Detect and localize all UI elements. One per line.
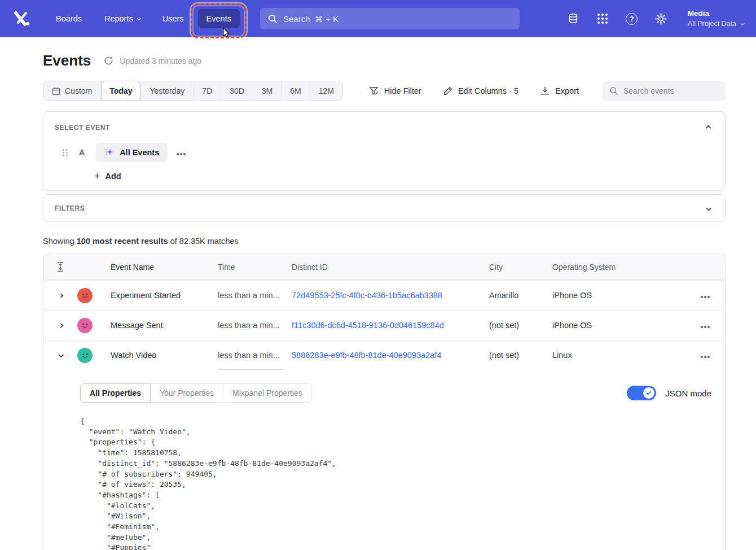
- search-events[interactable]: [603, 81, 726, 101]
- export-label: Export: [555, 86, 579, 95]
- range-12m[interactable]: 12M: [310, 81, 342, 101]
- event-json-viewer[interactable]: { "event": "Watch Video", "properties": …: [80, 416, 714, 550]
- more-options-icon: [704, 296, 706, 298]
- step-letter: A: [79, 148, 85, 157]
- nav-item-boards[interactable]: Boards: [47, 9, 90, 28]
- collapse-rows-icon: [56, 261, 64, 272]
- distinct-id-link[interactable]: 5886283e-e9fb-48fb-81de-40e9093a2af4: [292, 351, 489, 360]
- hide-filter-button[interactable]: Hide Filter: [368, 86, 421, 96]
- distinct-id-link[interactable]: 72d49553-25fc-4f0c-b436-1b5ac6ab3388: [292, 291, 489, 300]
- search-events-input[interactable]: [623, 86, 719, 95]
- data-management-icon[interactable]: [566, 11, 581, 26]
- event-selector-label: All Events: [120, 148, 159, 157]
- city-cell: (not set): [489, 321, 552, 330]
- global-search[interactable]: [260, 8, 520, 29]
- distinct-id-link[interactable]: f11c30d6-dc6d-4518-9136-0d046159c84d: [292, 321, 489, 330]
- more-options-icon: [704, 326, 706, 328]
- range-yesterday[interactable]: Yesterday: [141, 81, 194, 101]
- results-summary: Showing 100 most recent results of 82.35…: [43, 237, 726, 246]
- export-button[interactable]: Export: [540, 86, 579, 96]
- range-30d[interactable]: 30D: [221, 81, 253, 101]
- nav-item-reports[interactable]: Reports: [96, 9, 148, 28]
- event-name-cell: Watch Video: [102, 351, 218, 360]
- col-event-name[interactable]: Event Name: [102, 263, 218, 272]
- calendar-icon: [52, 87, 60, 95]
- filters-panel: FILTERS: [43, 194, 726, 222]
- event-avatar: [77, 348, 93, 363]
- hide-filter-label: Hide Filter: [384, 86, 421, 95]
- json-mode-toggle[interactable]: [627, 386, 656, 400]
- row-actions-button[interactable]: [700, 317, 711, 334]
- range-custom[interactable]: Custom: [43, 81, 101, 101]
- range-custom-label: Custom: [65, 86, 92, 95]
- time-cell: less than a min...: [218, 351, 292, 360]
- check-icon: [645, 390, 652, 396]
- range-7d[interactable]: 7D: [194, 81, 221, 101]
- range-6m[interactable]: 6M: [282, 81, 310, 101]
- table-header-row: Event Name Time Distinct ID City Operati…: [43, 254, 725, 280]
- select-event-panel: SELECT EVENT A All Events + Add: [43, 111, 726, 191]
- tab-all-properties[interactable]: All Properties: [80, 383, 151, 403]
- pencil-icon: [443, 86, 453, 96]
- chevron-down-icon: [137, 16, 140, 20]
- collapse-row-button[interactable]: [43, 353, 77, 357]
- select-event-label: SELECT EVENT: [55, 124, 110, 132]
- range-3m[interactable]: 3M: [253, 81, 282, 101]
- events-table: Event Name Time Distinct ID City Operati…: [43, 254, 726, 550]
- plus-icon: +: [94, 171, 100, 181]
- tab-your-properties[interactable]: Your Properties: [150, 383, 223, 403]
- range-today[interactable]: Today: [101, 81, 141, 101]
- time-cell: less than a min...: [218, 291, 292, 300]
- more-options-icon: [180, 153, 182, 155]
- col-city[interactable]: City: [489, 263, 552, 272]
- expand-row-button[interactable]: [43, 324, 77, 328]
- add-event-button[interactable]: + Add: [94, 171, 121, 181]
- settings-gear-icon[interactable]: [654, 11, 669, 26]
- expand-filters-button[interactable]: [703, 202, 714, 215]
- face-icon: [79, 349, 91, 361]
- city-cell: Amarillo: [489, 291, 552, 300]
- table-row-expanded: Watch Video less than a min... 5886283e-…: [43, 340, 725, 370]
- row-actions-button[interactable]: [700, 287, 711, 304]
- mixpanel-logo-icon[interactable]: [12, 10, 32, 27]
- event-selector[interactable]: All Events: [96, 143, 168, 162]
- refresh-icon: [103, 55, 114, 66]
- events-page: Events Updated 3 minutes ago Custom Toda…: [0, 37, 756, 550]
- table-row: Experiment Started less than a min... 72…: [43, 280, 725, 310]
- project-switcher[interactable]: Media All Project Data: [688, 8, 744, 28]
- chevron-down-icon: [741, 21, 745, 25]
- face-icon: [79, 289, 91, 302]
- global-search-input[interactable]: [283, 14, 512, 24]
- col-distinct-id[interactable]: Distinct ID: [292, 263, 489, 272]
- collapse-all-rows-button[interactable]: [43, 261, 77, 272]
- nav-item-users[interactable]: Users: [154, 9, 192, 28]
- nav-item-events[interactable]: Events: [198, 9, 240, 28]
- row-actions-button[interactable]: [700, 347, 711, 364]
- face-icon: [79, 319, 91, 331]
- chevron-down-icon: [706, 206, 711, 211]
- refresh-button[interactable]: [103, 55, 114, 66]
- collapse-panel-button[interactable]: [703, 121, 714, 134]
- col-os[interactable]: Operating System: [552, 263, 685, 272]
- apps-grid-icon[interactable]: [595, 11, 610, 26]
- event-options-button[interactable]: [174, 145, 188, 160]
- project-name: Media: [688, 8, 744, 19]
- report-toolbar: Custom Today Yesterday 7D 30D 3M 6M 12M …: [43, 81, 726, 101]
- tab-mixpanel-properties[interactable]: Mixpanel Properties: [223, 383, 312, 403]
- event-avatar: [77, 318, 93, 333]
- chevron-down-icon: [58, 353, 64, 357]
- expand-row-button[interactable]: [43, 294, 77, 298]
- filters-label: FILTERS: [55, 204, 85, 212]
- json-mode-label: JSON mode: [665, 389, 711, 398]
- navbar-right-cluster: ? Media All Project Data: [566, 8, 744, 28]
- chevron-right-icon: [58, 324, 63, 328]
- chevron-up-icon: [706, 125, 711, 131]
- col-time[interactable]: Time: [218, 263, 292, 272]
- time-cell: less than a min...: [218, 321, 292, 330]
- edit-columns-button[interactable]: Edit Columns · 5: [443, 86, 518, 96]
- download-icon: [540, 86, 550, 96]
- help-icon[interactable]: ?: [625, 11, 639, 26]
- drag-handle-icon[interactable]: [63, 149, 64, 151]
- chevron-right-icon: [58, 294, 63, 298]
- city-cell: (not set): [489, 351, 552, 360]
